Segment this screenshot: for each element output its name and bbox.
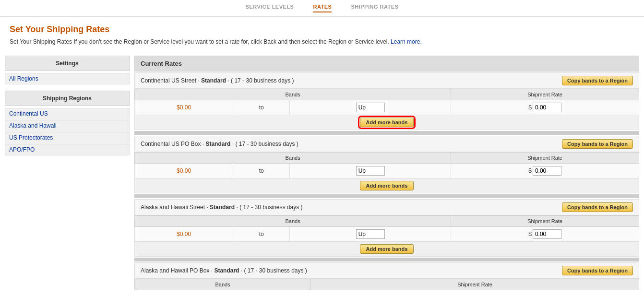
rate-input-cell-2: $: [451, 164, 639, 178]
rate-title-row-3: Alaska and Hawaii Street · Standard · ( …: [134, 199, 639, 215]
rate-title-2: Continental US PO Box · Standard · ( 17 …: [141, 141, 298, 147]
section-divider-3: [134, 258, 639, 261]
up-input-1[interactable]: [356, 103, 385, 112]
rate-title-4: Alaska and Hawaii PO Box · Standard · ( …: [141, 267, 307, 274]
bands-header-3: Bands: [135, 216, 451, 227]
add-more-bands-btn-1[interactable]: Add more bands: [360, 118, 414, 127]
rate-input-2[interactable]: [533, 166, 561, 176]
up-input-3[interactable]: [356, 229, 385, 239]
section-divider-2: [134, 194, 639, 198]
add-more-bands-btn-3[interactable]: Add more bands: [360, 244, 414, 254]
rate-section-continental-us-po-box: Continental US PO Box · Standard · ( 17 …: [134, 136, 639, 193]
dollar-sign-2: $: [528, 167, 532, 174]
rate-input-3[interactable]: [533, 229, 561, 239]
main-layout: Settings All Regions Shipping Regions Co…: [0, 56, 644, 291]
up-input-cell-2: [290, 164, 451, 178]
copy-bands-btn-1[interactable]: Copy bands to a Region: [562, 76, 633, 85]
nav-rates[interactable]: RATES: [313, 4, 332, 12]
rate-title-row-2: Continental US PO Box · Standard · ( 17 …: [134, 136, 639, 152]
rate-title-row-4: Alaska and Hawaii PO Box · Standard · ( …: [134, 262, 639, 279]
rate-section-alaska-hawaii-po-box: Alaska and Hawaii PO Box · Standard · ( …: [134, 262, 639, 290]
shipping-regions-title: Shipping Regions: [5, 91, 130, 106]
shipment-rate-header-3: Shipment Rate: [451, 216, 639, 227]
bands-header-1: Bands: [135, 89, 451, 100]
dollar-sign-3: $: [528, 231, 532, 237]
nav-shipping-rates[interactable]: SHIPPING RATES: [351, 4, 398, 12]
rate-input-cell-3: $: [451, 227, 639, 242]
up-input-cell-1: [290, 100, 451, 115]
add-more-row-2: Add more bands: [135, 178, 639, 193]
table-row: $0.00 to $: [135, 164, 639, 178]
bands-table-4: Bands Shipment Rate: [134, 279, 639, 290]
learn-more-link[interactable]: Learn more.: [391, 38, 422, 45]
copy-bands-btn-4[interactable]: Copy bands to a Region: [562, 266, 633, 275]
bands-table-2: Bands Shipment Rate $0.00 to $: [134, 152, 639, 193]
sidebar-alaska-hawaii[interactable]: Alaska and Hawaii: [5, 120, 130, 131]
rate-title-1: Continental US Street · Standard · ( 17 …: [141, 77, 294, 84]
rate-input-cell-1: $: [451, 100, 639, 115]
rate-title-row-1: Continental US Street · Standard · ( 17 …: [134, 72, 639, 89]
rate-section-continental-us-street: Continental US Street · Standard · ( 17 …: [134, 72, 639, 130]
page-description: Set Your Shipping Rates If you don't see…: [10, 37, 634, 46]
copy-bands-btn-2[interactable]: Copy bands to a Region: [562, 139, 633, 149]
top-navigation: SERVICE LEVELS RATES SHIPPING RATES: [0, 0, 644, 17]
up-input-2[interactable]: [356, 166, 385, 176]
sidebar-all-regions[interactable]: All Regions: [5, 73, 130, 84]
sidebar-us-protectorates[interactable]: US Protectorates: [5, 132, 130, 143]
copy-bands-btn-3[interactable]: Copy bands to a Region: [562, 202, 633, 212]
bands-table-3: Bands Shipment Rate $0.00 to $: [134, 215, 639, 257]
page-header: Set Your Shipping Rates Set Your Shippin…: [0, 17, 644, 51]
sidebar-continental-us[interactable]: Continental US: [5, 108, 130, 119]
shipment-rate-header-4: Shipment Rate: [311, 279, 639, 290]
sidebar: Settings All Regions Shipping Regions Co…: [0, 56, 134, 291]
from-amount-2: $0.00: [135, 164, 233, 178]
sidebar-apo-fpo[interactable]: APO/FPO: [5, 144, 130, 155]
dollar-sign-1: $: [528, 104, 532, 111]
page-title: Set Your Shipping Rates: [10, 24, 634, 35]
shipment-rate-header-1: Shipment Rate: [451, 89, 639, 100]
section-divider-1: [134, 131, 639, 135]
bands-table-1: Bands Shipment Rate $0.00 to $: [134, 89, 639, 130]
shipment-rate-header-2: Shipment Rate: [451, 153, 639, 164]
add-more-row-3: Add more bands: [135, 242, 639, 257]
table-row: $0.00 to $: [135, 100, 639, 115]
bands-header-2: Bands: [135, 153, 451, 164]
to-label-2: to: [233, 164, 290, 178]
rate-section-alaska-hawaii-street: Alaska and Hawaii Street · Standard · ( …: [134, 199, 639, 257]
nav-service-levels[interactable]: SERVICE LEVELS: [246, 4, 294, 12]
to-label-3: to: [233, 227, 290, 242]
to-label-1: to: [233, 100, 290, 115]
from-amount-3: $0.00: [135, 227, 233, 242]
add-more-bands-btn-2[interactable]: Add more bands: [360, 181, 414, 190]
content-area: Current Rates Continental US Street · St…: [134, 56, 644, 291]
add-more-row-1: Add more bands: [135, 115, 639, 130]
up-input-cell-3: [290, 227, 451, 242]
from-amount-1: $0.00: [135, 100, 233, 115]
rate-title-3: Alaska and Hawaii Street · Standard · ( …: [141, 204, 303, 211]
current-rates-header: Current Rates: [134, 56, 639, 71]
table-row: $0.00 to $: [135, 227, 639, 242]
bands-header-4: Bands: [135, 279, 311, 290]
settings-title: Settings: [5, 56, 130, 71]
rate-input-1[interactable]: [533, 103, 561, 112]
